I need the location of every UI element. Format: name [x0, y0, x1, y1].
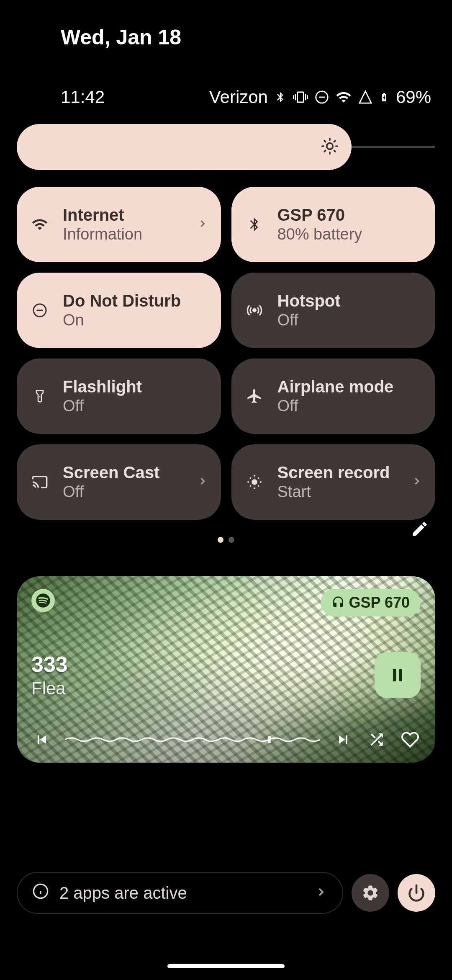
brightness-track[interactable] [351, 146, 435, 148]
pager-dot-1 [218, 537, 223, 543]
chevron-right-icon [411, 473, 423, 491]
qs-tile-wifi[interactable]: InternetInformation [17, 187, 221, 262]
battery-status-icon [379, 89, 389, 105]
status-right: Verizon 69% [209, 87, 431, 107]
media-progress[interactable] [65, 735, 320, 744]
qs-tile-record[interactable]: Screen recordStart [231, 444, 436, 520]
power-button[interactable] [398, 874, 435, 912]
media-controls [31, 721, 421, 750]
qs-tile-airplane[interactable]: Airplane modeOff [231, 358, 436, 434]
footer-bar: 2 apps are active [17, 872, 435, 914]
pager-dots [218, 537, 234, 543]
pager-row [0, 520, 452, 545]
like-button[interactable] [400, 729, 421, 750]
svg-point-2 [327, 143, 333, 150]
brightness-row [0, 107, 452, 170]
qs-tile-sub: Start [277, 483, 399, 501]
qs-tile-sub: Off [63, 483, 184, 501]
previous-button[interactable] [31, 729, 52, 750]
airplane-icon [244, 388, 265, 405]
qs-tile-title: GSP 670 [277, 206, 423, 224]
hotspot-icon [244, 302, 265, 319]
qs-tile-sub: 80% battery [277, 225, 423, 243]
signal-status-icon [358, 90, 372, 104]
qs-grid: InternetInformationGSP 67080% batteryDo … [0, 170, 452, 520]
active-apps-label: 2 apps are active [59, 884, 187, 903]
chevron-right-icon [314, 884, 328, 903]
media-device-chip[interactable]: GSP 670 [321, 589, 421, 616]
brightness-icon [321, 137, 339, 157]
svg-point-8 [252, 480, 257, 484]
qs-tile-sub: Off [277, 311, 423, 329]
chevron-right-icon [197, 216, 208, 233]
bluetooth-icon [244, 217, 265, 232]
vibrate-icon [293, 90, 308, 105]
dnd-status-icon [315, 90, 329, 104]
nav-bar[interactable] [167, 964, 285, 968]
qs-tile-title: Screen Cast [63, 463, 184, 482]
qs-tile-title: Do Not Disturb [63, 291, 208, 310]
qs-tile-title: Internet [63, 206, 184, 224]
qs-tile-dnd[interactable]: Do Not DisturbOn [17, 273, 221, 348]
settings-button[interactable] [352, 874, 389, 912]
info-icon [32, 883, 49, 903]
pause-button[interactable] [375, 652, 421, 698]
qs-tile-title: Flashlight [63, 377, 208, 396]
qs-tile-sub: Off [277, 397, 423, 415]
active-apps-button[interactable]: 2 apps are active [17, 872, 343, 914]
media-info: 333 Flea [31, 652, 68, 699]
status-battery-percent: 69% [396, 87, 431, 107]
qs-tile-title: Screen record [277, 463, 399, 482]
status-bar: 11:42 Verizon 69% [0, 49, 452, 107]
qs-tile-hotspot[interactable]: HotspotOff [231, 273, 436, 348]
dnd-icon [29, 303, 50, 318]
next-button[interactable] [333, 729, 354, 750]
svg-point-5 [253, 309, 256, 312]
qs-tile-sub: Information [63, 225, 184, 243]
flashlight-icon [29, 388, 50, 405]
shuffle-button[interactable] [366, 729, 387, 750]
record-icon [244, 474, 265, 490]
media-title: 333 [31, 652, 68, 677]
qs-tile-sub: Off [63, 397, 208, 415]
wifi-icon [29, 216, 50, 233]
pager-dot-2 [229, 537, 234, 543]
media-artist: Flea [31, 678, 68, 699]
wifi-status-icon [336, 89, 352, 105]
qs-tile-sub: On [63, 311, 208, 329]
qs-tile-title: Airplane mode [277, 377, 423, 396]
svg-rect-9 [268, 736, 271, 743]
status-time: 11:42 [61, 87, 105, 107]
chevron-right-icon [197, 473, 208, 491]
media-device-label: GSP 670 [349, 594, 410, 611]
qs-tile-flashlight[interactable]: FlashlightOff [17, 358, 221, 434]
qs-tile-cast[interactable]: Screen CastOff [17, 444, 221, 520]
cast-icon [29, 474, 50, 490]
qs-tile-title: Hotspot [277, 291, 423, 310]
media-card[interactable]: GSP 670 333 Flea [17, 576, 435, 763]
qs-tile-bluetooth[interactable]: GSP 67080% battery [231, 187, 436, 262]
date-header: Wed, Jan 18 [0, 0, 452, 49]
brightness-slider[interactable] [17, 124, 352, 170]
status-carrier: Verizon [209, 87, 268, 107]
spotify-icon [31, 589, 55, 612]
bluetooth-icon [275, 89, 286, 106]
edit-button[interactable] [411, 520, 429, 540]
